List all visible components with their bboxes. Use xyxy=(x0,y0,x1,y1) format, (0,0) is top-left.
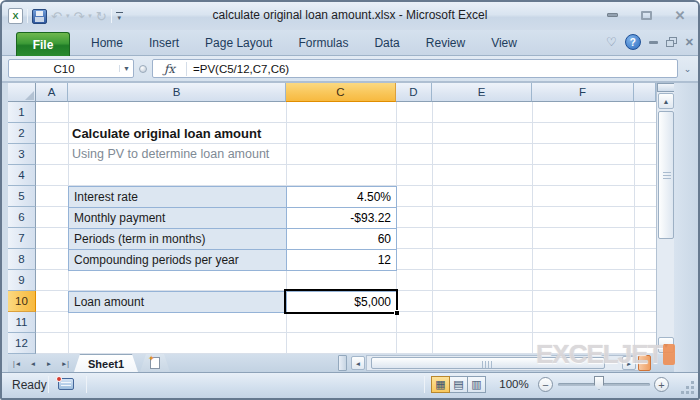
scroll-left-button[interactable]: ◄ xyxy=(351,356,365,370)
minimize-ribbon-icon[interactable]: ♡ xyxy=(606,35,617,49)
view-page-layout-button[interactable]: ▤ xyxy=(449,376,468,393)
name-box[interactable]: C10 ▼ xyxy=(8,59,134,78)
vertical-scrollbar: ▲ ▼ xyxy=(656,83,674,354)
cell-c5-value[interactable]: 4.50% xyxy=(287,187,397,208)
cell-c6-value[interactable]: -$93.22 xyxy=(287,208,397,229)
cell-c8-value[interactable]: 12 xyxy=(287,250,397,271)
select-all-corner[interactable] xyxy=(8,83,36,102)
tab-insert[interactable]: Insert xyxy=(136,30,192,56)
sheet-nav-buttons: |◄ ◄ ► ►| xyxy=(10,356,72,370)
row-header-2[interactable]: 2 xyxy=(8,123,36,144)
workbook-restore-button[interactable] xyxy=(666,37,677,47)
formula-bar: C10 ▼ ƒx =PV(C5/12,C7,C6) ⌄ xyxy=(2,56,698,83)
macro-record-icon[interactable] xyxy=(58,378,74,390)
tab-review[interactable]: Review xyxy=(413,30,478,56)
insert-worksheet-button[interactable]: ✦ xyxy=(140,354,170,372)
row-header-6[interactable]: 6 xyxy=(8,207,36,228)
worksheet-grid[interactable]: Calculate original loan amount Using PV … xyxy=(36,102,656,354)
expand-formula-bar-icon[interactable]: ⌄ xyxy=(680,61,695,77)
row-header-8[interactable]: 8 xyxy=(8,249,36,270)
column-header-b[interactable]: B xyxy=(68,83,286,102)
gridline xyxy=(432,102,433,354)
formula-strip: ƒx =PV(C5/12,C7,C6) xyxy=(152,59,678,78)
scroll-down-button[interactable]: ▼ xyxy=(658,337,674,353)
gridline xyxy=(532,102,533,354)
tab-home[interactable]: Home xyxy=(78,30,136,56)
row-header-7[interactable]: 7 xyxy=(8,228,36,249)
zoom-slider-track[interactable] xyxy=(558,383,650,386)
sheet-tab-sheet1[interactable]: Sheet1 xyxy=(74,354,138,372)
horizontal-scroll-thumb[interactable] xyxy=(371,357,605,369)
thumb-grip-icon xyxy=(482,361,494,368)
view-page-break-button[interactable]: ▥ xyxy=(467,376,486,393)
view-shortcuts: ▦ ▤ ▥ xyxy=(432,376,486,393)
row-header-4[interactable]: 4 xyxy=(8,165,36,186)
tab-view[interactable]: View xyxy=(478,30,530,56)
workbook-close-button[interactable]: ✕ xyxy=(685,37,694,48)
cell-c7-value[interactable]: 60 xyxy=(287,229,397,250)
divider xyxy=(86,376,87,393)
close-button[interactable]: ✕ xyxy=(668,7,692,23)
previous-sheet-button[interactable]: ◄ xyxy=(26,356,40,370)
scroll-up-button[interactable]: ▲ xyxy=(658,93,674,109)
formula-input[interactable]: =PV(C5/12,C7,C6) xyxy=(187,63,289,75)
cell-c10-value[interactable]: $5,000 xyxy=(287,292,397,313)
row-header-3[interactable]: 3 xyxy=(8,144,36,165)
window-title: calculate original loan amount.xlsx - Mi… xyxy=(2,8,698,22)
minimize-button[interactable] xyxy=(600,7,624,23)
name-box-dropdown-icon[interactable]: ▼ xyxy=(119,65,133,72)
window-controls: ✕ xyxy=(600,7,692,23)
row-header-10[interactable]: 10 xyxy=(8,291,36,312)
last-sheet-button[interactable]: ►| xyxy=(58,356,72,370)
workbook-minimize-button[interactable] xyxy=(649,41,658,44)
help-button[interactable]: ? xyxy=(625,34,641,50)
column-header-d[interactable]: D xyxy=(396,83,432,102)
row-header-12[interactable]: 12 xyxy=(8,333,36,354)
column-header-a[interactable]: A xyxy=(36,83,68,102)
first-sheet-button[interactable]: |◄ xyxy=(10,356,24,370)
horizontal-split-handle[interactable] xyxy=(638,355,651,371)
cell-b3-subtitle[interactable]: Using PV to determine loan amount xyxy=(72,144,392,165)
row-header-5[interactable]: 5 xyxy=(8,186,36,207)
cell-b2-title[interactable]: Calculate original loan amount xyxy=(72,123,392,144)
column-header-e[interactable]: E xyxy=(432,83,532,102)
restore-button[interactable] xyxy=(634,7,658,23)
next-sheet-button[interactable]: ► xyxy=(42,356,56,370)
tab-formulas[interactable]: Formulas xyxy=(285,30,361,56)
zoom-level[interactable]: 100% xyxy=(496,378,532,390)
column-header-f[interactable]: F xyxy=(532,83,634,102)
zoom-slider-thumb[interactable] xyxy=(594,376,604,390)
row-header-11[interactable]: 11 xyxy=(8,312,36,333)
tab-file[interactable]: File xyxy=(16,32,70,56)
table-row: Compounding periods per year 12 xyxy=(69,250,397,271)
tab-scrollbar-splitter[interactable] xyxy=(338,355,347,371)
cell-b5-label[interactable]: Interest rate xyxy=(69,187,287,208)
row-header-9[interactable]: 9 xyxy=(8,270,36,291)
result-table: Loan amount $5,000 xyxy=(68,291,397,313)
row-headers: 1 2 3 4 5 6 7 8 9 10 11 12 xyxy=(8,102,36,354)
vertical-scroll-thumb[interactable] xyxy=(658,111,674,239)
column-header-c[interactable]: C xyxy=(286,83,396,102)
horizontal-scrollbar[interactable] xyxy=(366,355,642,371)
scroll-right-button[interactable]: ► xyxy=(622,356,636,370)
cell-b7-label[interactable]: Periods (term in months) xyxy=(69,229,287,250)
insert-function-button[interactable]: ƒx xyxy=(153,62,187,76)
select-all-triangle-icon xyxy=(25,91,34,100)
cell-b6-label[interactable]: Monthly payment xyxy=(69,208,287,229)
table-row: Periods (term in months) 60 xyxy=(69,229,397,250)
tab-page-layout[interactable]: Page Layout xyxy=(192,30,285,56)
resize-grip-icon[interactable] xyxy=(691,391,694,394)
zoom-in-button[interactable]: + xyxy=(654,377,669,392)
row-header-1[interactable]: 1 xyxy=(8,102,36,123)
column-headers: A B C D E F xyxy=(36,83,656,102)
vertical-split-handle[interactable] xyxy=(657,83,675,92)
zoom-out-button[interactable]: − xyxy=(538,377,553,392)
column-header-g[interactable] xyxy=(634,83,656,102)
formula-bar-splitter[interactable] xyxy=(139,65,147,73)
view-normal-button[interactable]: ▦ xyxy=(431,376,450,393)
tab-data[interactable]: Data xyxy=(361,30,412,56)
cell-b8-label[interactable]: Compounding periods per year xyxy=(69,250,287,271)
title-bar: X ↶ ▾ ↷ ▾ ↻ ▾ calculate original loan am… xyxy=(2,2,698,30)
cell-b10-label[interactable]: Loan amount xyxy=(69,292,287,313)
gridline xyxy=(634,102,635,354)
